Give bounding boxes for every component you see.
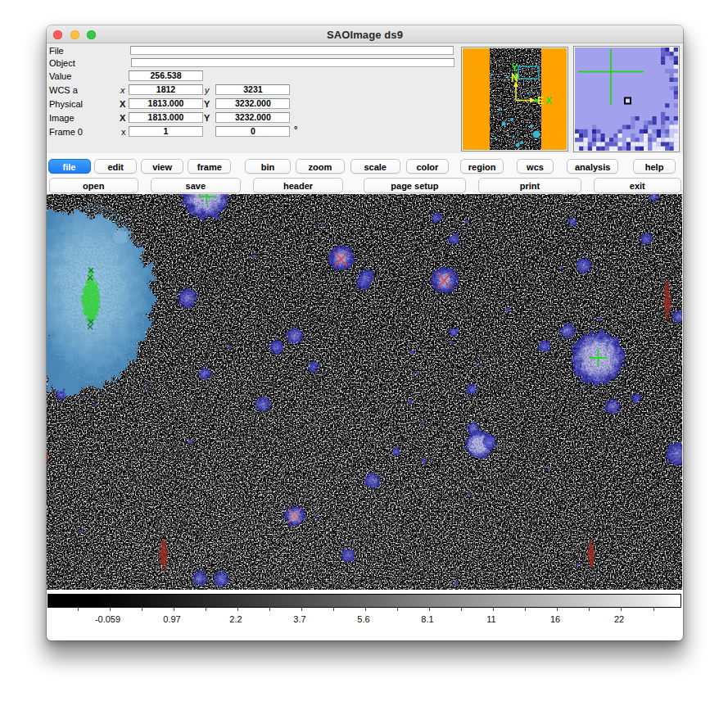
- svg-text:N: N: [511, 72, 518, 84]
- svg-text:X: X: [545, 95, 552, 106]
- svg-text:E: E: [537, 95, 544, 106]
